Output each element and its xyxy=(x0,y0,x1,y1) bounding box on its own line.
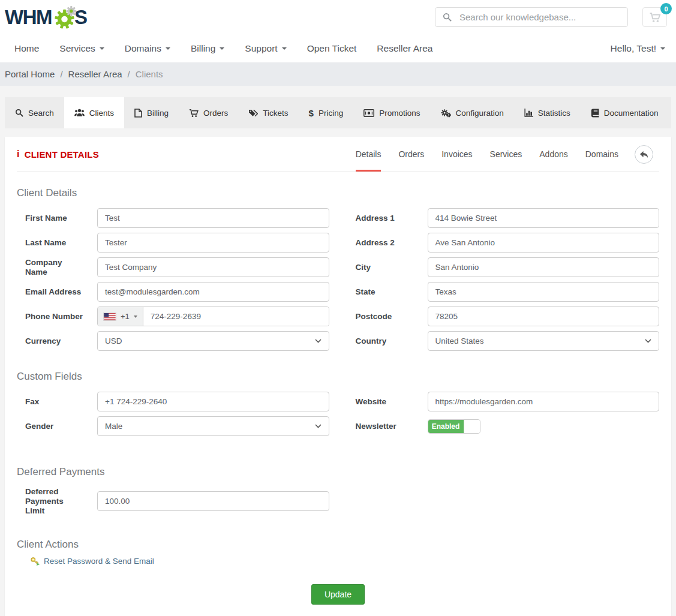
tab-promotions[interactable]: Promotions xyxy=(353,97,430,128)
cart-icon xyxy=(189,109,199,118)
first-name-field[interactable] xyxy=(97,208,329,228)
website-field[interactable] xyxy=(428,392,660,411)
dial-code: +1 xyxy=(121,312,130,321)
address1-field[interactable] xyxy=(428,208,660,228)
newsletter-toggle[interactable]: Enabled xyxy=(428,419,480,434)
postcode-field[interactable] xyxy=(428,307,660,326)
tab-domains[interactable]: Domains xyxy=(585,137,618,172)
reseller-module-tabs: Search Clients Billing Orders Tickets $ … xyxy=(5,97,671,128)
tab-tickets[interactable]: Tickets xyxy=(238,97,298,128)
last-name-field[interactable] xyxy=(97,233,329,253)
tab-services[interactable]: Services xyxy=(490,137,522,172)
left-column: First Name Last Name Company Name Email … xyxy=(17,208,329,356)
form-row: Email Address xyxy=(17,282,329,302)
currency-select[interactable]: USD xyxy=(97,331,329,351)
form-row: First Name xyxy=(17,208,329,228)
bar-chart-icon xyxy=(524,109,533,117)
account-menu[interactable]: Hello, Test! xyxy=(611,43,665,54)
city-field[interactable] xyxy=(428,257,660,277)
toggle-state: Enabled xyxy=(428,420,464,433)
currency-label: Currency xyxy=(17,336,97,346)
tab-configuration[interactable]: Configuration xyxy=(431,97,514,128)
city-label: City xyxy=(347,263,428,272)
nav-item-billing[interactable]: Billing xyxy=(191,43,224,54)
client-actions-section: Client Actions Reset Password & Send Ema… xyxy=(17,539,659,566)
tab-client-orders[interactable]: Orders xyxy=(398,137,424,172)
tab-pricing[interactable]: $ Pricing xyxy=(299,97,354,128)
back-button[interactable] xyxy=(635,145,653,164)
breadcrumb-separator: / xyxy=(60,69,62,79)
breadcrumb-portal-home[interactable]: Portal Home xyxy=(5,69,55,79)
tab-invoices[interactable]: Invoices xyxy=(441,137,472,172)
form-row: Last Name xyxy=(17,233,329,253)
cart-button[interactable]: 0 xyxy=(642,7,667,27)
country-label: Country xyxy=(347,336,428,346)
section-client-actions: Client Actions xyxy=(17,539,659,551)
book-icon xyxy=(591,109,599,118)
tab-statistics[interactable]: Statistics xyxy=(514,97,581,128)
form-row: Website xyxy=(347,392,660,411)
section-client-details: Client Details xyxy=(17,187,659,199)
right-column: Address 1 Address 2 City State Postcode … xyxy=(347,208,660,356)
cart-count-badge: 0 xyxy=(660,3,672,14)
whmcs-logo[interactable]: WHM xyxy=(5,4,86,31)
nav-item-home[interactable]: Home xyxy=(14,43,39,54)
left-column: Deferred Payments Limit xyxy=(17,487,329,521)
deferred-limit-field[interactable] xyxy=(97,491,329,511)
tab-search[interactable]: Search xyxy=(5,97,64,128)
update-button[interactable]: Update xyxy=(311,584,365,605)
gender-label: Gender xyxy=(17,422,97,431)
tab-details[interactable]: Details xyxy=(356,137,381,172)
breadcrumb: Portal Home / Reseller Area / Clients xyxy=(0,62,676,86)
search-input[interactable] xyxy=(458,11,620,23)
nav-item-reseller-area[interactable]: Reseller Area xyxy=(377,43,432,54)
custom-fields-grid: Fax Gender Male Website Newsletter xyxy=(17,392,659,441)
tab-orders[interactable]: Orders xyxy=(179,97,238,128)
logo-gears-icon xyxy=(52,5,77,31)
address2-field[interactable] xyxy=(428,233,660,253)
tab-documentation[interactable]: Documentation xyxy=(581,97,669,128)
logo-text-whm: WHM xyxy=(5,6,52,29)
dollar-icon: $ xyxy=(309,108,314,118)
form-row: City xyxy=(347,257,660,277)
section-deferred-payments: Deferred Payments xyxy=(17,466,659,478)
gender-select[interactable]: Male xyxy=(97,416,329,436)
panel-title: i CLIENT DETAILS xyxy=(17,149,99,160)
company-name-field[interactable] xyxy=(97,257,329,277)
dial-code-selector[interactable]: +1 xyxy=(98,307,143,326)
fax-field[interactable] xyxy=(97,392,329,411)
caret-down-icon xyxy=(166,47,170,50)
state-field[interactable] xyxy=(428,282,660,302)
website-label: Website xyxy=(347,397,428,407)
knowledgebase-search xyxy=(435,7,628,27)
nav-item-support[interactable]: Support xyxy=(245,43,286,54)
deferred-limit-label: Deferred Payments Limit xyxy=(17,487,97,516)
form-row: Deferred Payments Limit xyxy=(17,487,329,516)
breadcrumb-reseller-area[interactable]: Reseller Area xyxy=(68,69,122,79)
phone-label: Phone Number xyxy=(17,312,97,321)
tab-addons[interactable]: Addons xyxy=(539,137,567,172)
tags-icon xyxy=(248,109,258,118)
phone-field[interactable] xyxy=(143,307,329,326)
file-icon xyxy=(134,109,142,118)
first-name-label: First Name xyxy=(17,214,97,223)
right-column: Website Newsletter Enabled xyxy=(347,392,660,441)
reset-password-link[interactable]: Reset Password & Send Email xyxy=(30,557,154,566)
nav-item-services[interactable]: Services xyxy=(59,43,104,54)
reply-arrow-icon xyxy=(639,151,648,158)
chevron-down-icon xyxy=(645,339,651,343)
tab-billing[interactable]: Billing xyxy=(124,97,179,128)
logo-text-s: S xyxy=(74,6,87,29)
money-bill-icon xyxy=(363,109,374,117)
tab-clients[interactable]: Clients xyxy=(64,97,124,128)
nav-item-domains[interactable]: Domains xyxy=(125,43,170,54)
nav-item-open-ticket[interactable]: Open Ticket xyxy=(307,43,357,54)
search-icon xyxy=(15,109,23,117)
us-flag-icon xyxy=(103,312,116,321)
address2-label: Address 2 xyxy=(347,238,428,248)
company-name-label: Company Name xyxy=(17,258,97,277)
caret-down-icon xyxy=(220,47,224,50)
email-field[interactable] xyxy=(97,282,329,302)
country-select[interactable]: United States xyxy=(428,331,660,351)
toggle-knob xyxy=(464,420,480,433)
